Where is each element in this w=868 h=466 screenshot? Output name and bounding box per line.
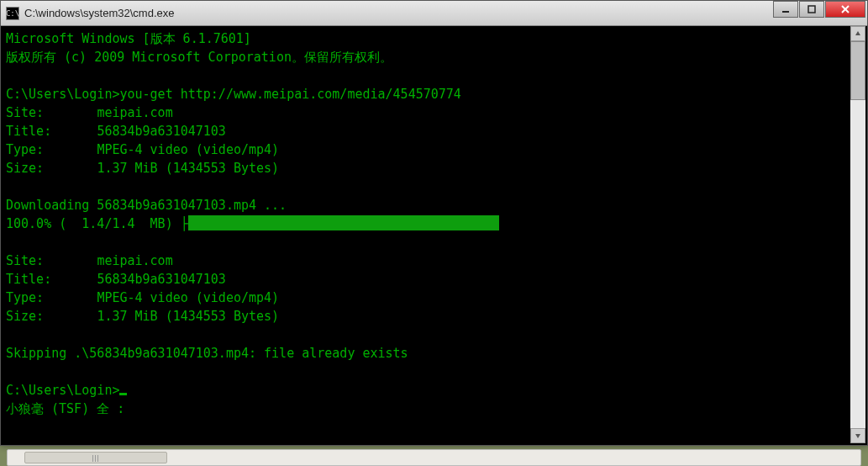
svg-marker-4 — [855, 31, 860, 35]
scroll-down-button[interactable] — [850, 428, 865, 443]
hscroll-thumb[interactable] — [24, 452, 167, 463]
title-label-2: Title: — [6, 272, 97, 287]
site-value: meipai.com — [97, 105, 172, 120]
title-value-2: 56834b9a631047103 — [97, 272, 226, 287]
title-label: Title: — [6, 124, 97, 139]
type-label-2: Type: — [6, 290, 97, 305]
size-value-2: 1.37 MiB (1434553 Bytes) — [97, 309, 279, 324]
window-controls — [772, 1, 865, 19]
minimize-icon — [781, 5, 790, 13]
scroll-track[interactable] — [850, 41, 865, 428]
skipping-line: Skipping .\56834b9a631047103.mp4: file a… — [6, 346, 408, 361]
site-label: Site: — [6, 105, 97, 120]
scroll-thumb[interactable] — [850, 41, 865, 100]
downloading-line: Downloading 56834b9a631047103.mp4 ... — [6, 198, 287, 213]
scroll-up-button[interactable] — [850, 26, 865, 41]
app-icon: C:\ — [6, 7, 19, 20]
size-label-2: Size: — [6, 309, 97, 324]
svg-marker-5 — [855, 434, 860, 438]
progress-text: 100.0% ( 1.4/1.4 MB) ├ — [6, 216, 188, 231]
titlebar[interactable]: C:\ C:\windows\system32\cmd.exe — [1, 1, 867, 26]
cursor — [119, 393, 127, 395]
horizontal-scrollbar[interactable] — [7, 449, 861, 466]
progress-bar — [188, 215, 499, 230]
type-value-2: MPEG-4 video (video/mp4) — [97, 290, 279, 305]
chevron-up-icon — [855, 30, 861, 37]
prompt-2: C:\Users\Login> — [6, 383, 119, 398]
maximize-icon — [808, 5, 816, 13]
line-copyright: 版权所有 (c) 2009 Microsoft Corporation。保留所有… — [6, 50, 392, 65]
maximize-button[interactable] — [799, 1, 824, 18]
command-1: you-get http://www.meipai.com/media/4545… — [119, 87, 460, 102]
cmd-window: C:\ C:\windows\system32\cmd.exe Microsof… — [0, 0, 868, 446]
title-value: 56834b9a631047103 — [97, 124, 226, 139]
chevron-down-icon — [855, 432, 861, 439]
console-output[interactable]: Microsoft Windows [版本 6.1.7601] 版权所有 (c)… — [1, 26, 867, 445]
svg-rect-1 — [808, 6, 815, 13]
site-label-2: Site: — [6, 253, 97, 268]
line-ms-windows: Microsoft Windows [版本 6.1.7601] — [6, 31, 251, 46]
size-value: 1.37 MiB (1434553 Bytes) — [97, 161, 279, 176]
type-value: MPEG-4 video (video/mp4) — [97, 142, 279, 157]
close-button[interactable] — [825, 1, 865, 18]
prompt-1: C:\Users\Login> — [6, 87, 119, 102]
site-value-2: meipai.com — [97, 253, 172, 268]
close-icon — [840, 4, 850, 14]
size-label: Size: — [6, 161, 97, 176]
vertical-scrollbar[interactable] — [850, 26, 865, 443]
ime-status: 小狼毫 (TSF) 全 : — [6, 401, 124, 416]
window-title: C:\windows\system32\cmd.exe — [24, 7, 772, 19]
type-label: Type: — [6, 142, 97, 157]
minimize-button[interactable] — [773, 1, 798, 18]
